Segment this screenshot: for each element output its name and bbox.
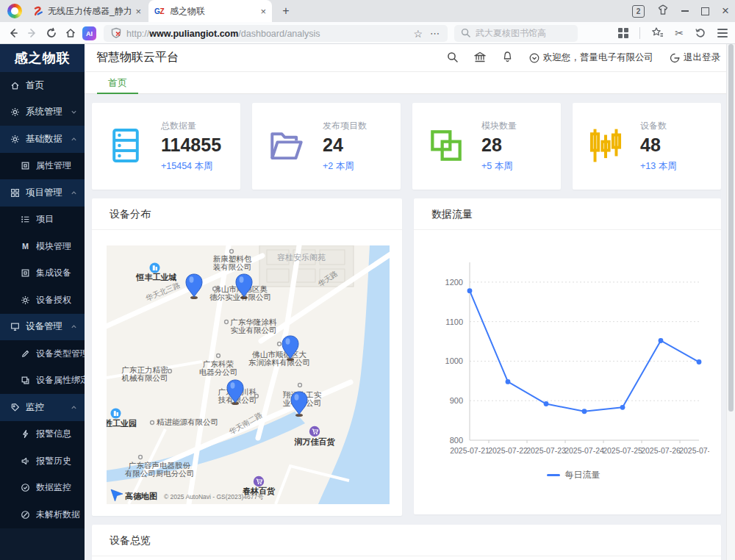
sidebar-item-home[interactable]: 首页 (0, 72, 85, 99)
stat-card-published-projects: 发布项目数 24 +2 本周 (252, 103, 401, 190)
sidebar-item-device-attribute-binding[interactable]: 设备属性绑定 (0, 367, 85, 395)
browser-toolbar: AI http://www.puliangiot.com/dashboard/a… (0, 22, 735, 44)
stat-label: 模块数量 (481, 120, 517, 132)
dashboard-content: 总数据量 114855 +15454 本周 发布项目数 24 +2 本周 (85, 94, 735, 560)
sidebar-item-label: 系统管理 (26, 106, 71, 118)
more-actions-icon[interactable]: ⋯ (430, 28, 440, 39)
sidebar-item-attribute-management[interactable]: 属性管理 (0, 153, 85, 180)
sidebar-item-device-type-management[interactable]: 设备类型管理 (0, 340, 85, 367)
square-icon (20, 268, 30, 279)
chevron-down-icon (71, 109, 77, 115)
monitor-icon (10, 322, 20, 332)
logout-button[interactable]: 退出登录 (670, 51, 720, 64)
bookmark-star-icon[interactable]: ☆ (413, 28, 423, 40)
organization-icon[interactable] (474, 51, 486, 65)
sidebar: 感之物联 首页系统管理基础数据属性管理项目管理项目M模块管理集成设备设备授权设备… (0, 44, 85, 560)
svg-text:2025-07-23: 2025-07-23 (526, 446, 566, 455)
header-search-icon[interactable] (447, 51, 458, 65)
forward-button[interactable] (25, 26, 40, 40)
sidebar-item-alarm-info[interactable]: 报警信息 (0, 421, 85, 448)
page-tabstrip: 首页 (85, 72, 735, 94)
tag-icon (10, 402, 20, 412)
chart-card-title: 数据流量 (414, 198, 721, 230)
address-bar[interactable]: http://www.puliangiot.com/dashboard/anal… (104, 25, 448, 42)
stat-value: 114855 (161, 134, 221, 156)
modules-icon (429, 128, 464, 165)
tab-count-badge[interactable]: 2 (632, 5, 645, 18)
tab1-close-icon[interactable]: × (135, 6, 141, 17)
sidebar-item-module-management[interactable]: M模块管理 (0, 233, 85, 260)
minimize-button[interactable] (681, 10, 689, 12)
map-label: 广东科荣电器分公司 (199, 359, 238, 376)
chevron-up-icon (71, 136, 77, 143)
tab-home[interactable]: 首页 (97, 72, 138, 94)
sidebar-item-alarm-history[interactable]: 报警历史 (0, 448, 85, 475)
home-button[interactable] (63, 26, 78, 40)
browser-tab-1[interactable]: 无线压力传感器_静力水准仪_ × (26, 0, 147, 22)
chart-legend[interactable]: 每日流量 (426, 469, 721, 481)
browser-tab-2[interactable]: GZ 感之物联 × (148, 0, 272, 22)
home-icon (10, 80, 20, 90)
shopping-poi-icon (309, 426, 320, 437)
stat-delta: +2 本周 (323, 160, 367, 173)
list-icon (20, 215, 30, 225)
favorites-icon[interactable] (651, 26, 664, 40)
map[interactable]: 新康塑料包装有限公司容桂安乐阁苑恒丰工业城华天北三路佛山市顺德区奥德尔实业有限公… (107, 245, 390, 504)
sidebar-item-label: 未解析数据 (36, 509, 85, 521)
app-logo[interactable]: 感之物联 (0, 44, 85, 72)
notifications-bell-icon[interactable] (502, 51, 513, 65)
sidebar-item-integrated-device[interactable]: 集成设备 (0, 260, 85, 287)
database-icon (108, 127, 143, 166)
ai-assistant-button[interactable]: AI (82, 26, 96, 40)
svg-text:1200: 1200 (445, 278, 463, 287)
sidebar-item-project-management[interactable]: 项目管理 (0, 179, 85, 207)
back-button[interactable] (6, 26, 21, 40)
tab2-favicon-icon: GZ (154, 6, 165, 17)
svg-text:900: 900 (450, 396, 463, 405)
sidebar-item-system-management[interactable]: 系统管理 (0, 99, 85, 126)
tab2-close-icon[interactable]: × (260, 6, 266, 17)
sidebar-item-project[interactable]: 项目 (0, 207, 85, 234)
browser-search-box[interactable]: 武大夏核图书馆高 (454, 25, 578, 42)
sidebar-item-basic-data[interactable]: 基础数据 (0, 126, 85, 153)
sidebar-item-device-management[interactable]: 设备管理 (0, 314, 85, 341)
sidebar-item-unparsed-data[interactable]: 未解析数据 (0, 501, 85, 528)
sidebar-item-label: 模块管理 (36, 240, 85, 253)
new-tab-button[interactable]: + (278, 3, 294, 19)
browser-logo-icon[interactable] (7, 4, 22, 18)
toolbar-divider (639, 27, 640, 39)
search-placeholder: 武大夏核图书馆高 (476, 27, 546, 40)
pen-icon (20, 348, 30, 359)
sidebar-item-label: 基础数据 (26, 133, 71, 146)
close-window-button[interactable]: × (722, 0, 729, 22)
tab1-favicon-icon (32, 6, 43, 17)
sidebar-item-monitoring[interactable]: 监控 (0, 394, 85, 421)
insecure-shield-icon[interactable] (111, 27, 121, 40)
screenshot-scissors-icon[interactable]: ✂ (675, 27, 684, 39)
reload-button[interactable] (44, 26, 59, 40)
map-label: 广东正力精密机械有限公司 (122, 365, 169, 382)
app-header: 智慧物联云平台 欢迎您，普量电子有限公司 退出登录 (85, 44, 735, 72)
poi-dot (230, 250, 234, 254)
maximize-button[interactable] (701, 7, 709, 15)
sidebar-item-label: 报警历史 (36, 455, 85, 467)
svg-text:2025-07-24: 2025-07-24 (564, 446, 604, 455)
scrollbar-thumb[interactable] (728, 44, 734, 412)
chevron-up-icon (71, 190, 77, 196)
sidebar-item-device-authorization[interactable]: 设备授权 (0, 287, 85, 314)
map-label: 润万佳百货 (294, 437, 336, 447)
undo-icon[interactable] (695, 26, 706, 40)
sidebar-item-label: 数据监控 (36, 481, 85, 494)
menu-icon[interactable] (717, 26, 728, 40)
gear-icon (10, 134, 20, 144)
welcome-user[interactable]: 欢迎您，普量电子有限公司 (529, 51, 653, 64)
map-card-title: 设备分布 (92, 198, 402, 230)
apps-grid-icon[interactable] (618, 28, 628, 38)
sidebar-item-data-monitoring[interactable]: 数据监控 (0, 475, 85, 502)
browser-titlebar: 无线压力传感器_静力水准仪_ × GZ 感之物联 × + 2 × (0, 0, 735, 22)
theme-skin-icon[interactable] (657, 4, 669, 18)
map-label: 佛山市顺德区大东润涂料有限公司 (248, 350, 310, 367)
device-overview-card: 设备总览 (92, 525, 721, 560)
svg-text:高德地图: 高德地图 (125, 492, 157, 500)
url-text[interactable]: http://www.puliangiot.com/dashboard/anal… (126, 29, 406, 39)
